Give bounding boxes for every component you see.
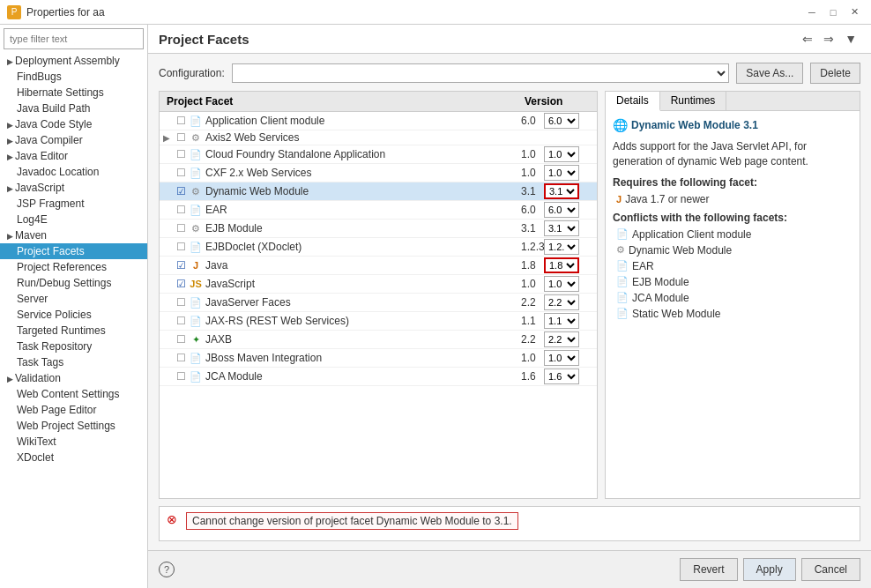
facet-checkbox[interactable]: ☐ — [174, 333, 188, 346]
facet-checkbox[interactable]: ☑ — [174, 185, 188, 197]
sidebar-item-hibernate-settings[interactable]: Hibernate Settings — [0, 85, 147, 100]
sidebar-item-maven[interactable]: ▶Maven — [0, 227, 147, 243]
sidebar-item-run/debug-settings[interactable]: Run/Debug Settings — [0, 275, 147, 291]
sidebar-item-server[interactable]: Server — [0, 291, 147, 307]
table-row[interactable]: ☑⚙Dynamic Web Module 3.1 3.1 — [160, 182, 597, 201]
sidebar-item-javascript[interactable]: ▶JavaScript — [0, 180, 147, 196]
sidebar-item-wikitext[interactable]: WikiText — [0, 434, 147, 450]
config-select[interactable] — [232, 63, 730, 83]
table-row[interactable]: ☐📄JAX-RS (REST Web Services) 1.1 1.1 — [160, 312, 597, 331]
sidebar-item-project-references[interactable]: Project References — [0, 259, 147, 275]
facet-version-select[interactable]: 1.1 — [544, 313, 579, 329]
table-row[interactable]: ☐📄JBoss Maven Integration 1.0 1.0 — [160, 349, 597, 368]
facet-checkbox[interactable]: ☐ — [174, 370, 188, 383]
facet-version-select[interactable]: 2.2 — [544, 331, 579, 347]
minimize-button[interactable]: ─ — [802, 4, 822, 20]
forward-icon[interactable]: ⇒ — [820, 30, 838, 48]
facet-checkbox[interactable]: ☐ — [174, 115, 188, 127]
facet-version-select[interactable]: 1.0 — [544, 146, 579, 162]
facet-checkbox[interactable]: ☐ — [174, 296, 188, 309]
facet-checkbox[interactable]: ☐ — [174, 167, 188, 179]
error-text: Cannot change version of project facet D… — [186, 512, 518, 530]
delete-button[interactable]: Delete — [810, 63, 860, 84]
table-row[interactable]: ☐📄JCA Module 1.6 1.6 — [160, 368, 597, 386]
sidebar-item-java-editor[interactable]: ▶Java Editor — [0, 148, 147, 164]
facet-checkbox[interactable]: ☐ — [174, 241, 188, 253]
sidebar-item-xdoclet[interactable]: XDoclet — [0, 450, 147, 465]
help-button[interactable]: ? — [159, 562, 175, 577]
back-icon[interactable]: ⇐ — [799, 30, 816, 48]
page-icon: 📄 — [190, 115, 202, 127]
sidebar-item-project-facets[interactable]: Project Facets — [0, 243, 147, 259]
apply-button[interactable]: Apply — [743, 558, 796, 581]
facet-version-select[interactable]: 6.0 — [544, 202, 579, 218]
nav-item-label: Project References — [17, 261, 107, 273]
save-as-button[interactable]: Save As... — [736, 63, 803, 84]
table-row[interactable]: ☐⚙EJB Module 3.1 3.1 — [160, 220, 597, 238]
sidebar-item-findbugs[interactable]: FindBugs — [0, 69, 147, 85]
sidebar-item-deployment-assembly[interactable]: ▶Deployment Assembly — [0, 53, 147, 69]
details-desc: Adds support for the Java Servlet API, f… — [613, 139, 852, 169]
maximize-button[interactable]: □ — [823, 4, 843, 20]
sidebar-item-jsp-fragment[interactable]: JSP Fragment — [0, 196, 147, 212]
sidebar-item-log4e[interactable]: Log4E — [0, 212, 147, 227]
facet-version-select[interactable]: 1.0 — [544, 350, 579, 366]
table-row[interactable]: ☐📄Application Client module 6.0 6.0 — [160, 112, 597, 130]
facet-checkbox[interactable]: ☑ — [174, 259, 188, 272]
table-row[interactable]: ☑JJava 1.8 1.8 — [160, 257, 597, 275]
col-project-facet: Project Facet — [160, 93, 517, 109]
window-title: Properties for aa — [26, 6, 105, 19]
table-row[interactable]: ☐📄EAR 6.0 6.0 — [160, 201, 597, 220]
facet-checkbox[interactable]: ☐ — [174, 131, 188, 144]
facet-name: JavaScript — [204, 278, 517, 290]
facet-checkbox[interactable]: ☐ — [174, 315, 188, 327]
facet-version-select[interactable]: 1.2.3 — [544, 239, 579, 255]
menu-icon[interactable]: ▼ — [841, 30, 860, 48]
conflict-item-icon: 📄 — [616, 308, 629, 319]
facet-icon: 📄 — [188, 205, 204, 216]
sidebar-item-service-policies[interactable]: Service Policies — [0, 307, 147, 323]
facet-version-select[interactable]: 1.0 — [544, 165, 579, 181]
sidebar-item-targeted-runtimes[interactable]: Targeted Runtimes — [0, 323, 147, 339]
facet-checkbox[interactable]: ☐ — [174, 352, 188, 364]
facet-checkbox[interactable]: ☐ — [174, 222, 188, 234]
facet-version-select[interactable]: 6.0 — [544, 113, 579, 129]
tab-runtimes[interactable]: Runtimes — [660, 92, 727, 110]
facet-version-select[interactable]: 2.2 — [544, 294, 579, 310]
facet-icon: 📄 — [188, 297, 204, 309]
search-input[interactable] — [4, 28, 144, 49]
facet-version-select[interactable]: 1.0 — [544, 276, 579, 292]
table-row[interactable]: ▶☐⚙Axis2 Web Services — [160, 130, 597, 145]
sidebar-item-java-build-path[interactable]: Java Build Path — [0, 100, 147, 116]
sidebar-item-java-compiler[interactable]: ▶Java Compiler — [0, 132, 147, 148]
table-row[interactable]: ☐✦JAXB 2.2 2.2 — [160, 331, 597, 349]
table-row[interactable]: ☐📄Cloud Foundry Standalone Application 1… — [160, 145, 597, 164]
facet-checkbox[interactable]: ☑ — [174, 278, 188, 290]
facet-version-select[interactable]: 3.1 — [544, 220, 579, 236]
conflict-item: 📄JCA Module — [613, 291, 852, 305]
facet-version-select[interactable]: 1.6 — [544, 368, 579, 384]
nav-item-label: JSP Fragment — [17, 197, 84, 210]
revert-button[interactable]: Revert — [680, 558, 737, 581]
cancel-button[interactable]: Cancel — [801, 558, 860, 581]
facet-version-select[interactable]: 1.8 — [544, 257, 579, 273]
sidebar-item-validation[interactable]: ▶Validation — [0, 370, 147, 386]
sidebar-item-web-page-editor[interactable]: Web Page Editor — [0, 402, 147, 418]
table-row[interactable]: ☐📄CXF 2.x Web Services 1.0 1.0 — [160, 164, 597, 182]
sidebar-item-web-project-settings[interactable]: Web Project Settings — [0, 418, 147, 434]
facet-version-select[interactable]: 3.1 — [544, 183, 579, 199]
sidebar-item-java-code-style[interactable]: ▶Java Code Style — [0, 116, 147, 132]
facet-checkbox[interactable]: ☐ — [174, 148, 188, 160]
close-button[interactable]: ✕ — [845, 4, 864, 20]
sidebar-item-javadoc-location[interactable]: Javadoc Location — [0, 164, 147, 180]
facet-checkbox[interactable]: ☐ — [174, 204, 188, 216]
gear-icon: ⚙ — [191, 186, 200, 197]
table-row[interactable]: ☐📄JavaServer Faces 2.2 2.2 — [160, 294, 597, 312]
tab-details[interactable]: Details — [606, 92, 660, 111]
sidebar-item-task-tags[interactable]: Task Tags — [0, 354, 147, 370]
sidebar-item-web-content-settings[interactable]: Web Content Settings — [0, 386, 147, 402]
indent-spacer: ▶ — [160, 133, 174, 143]
table-row[interactable]: ☑JSJavaScript 1.0 1.0 — [160, 275, 597, 294]
table-row[interactable]: ☐📄EJBDoclet (XDoclet) 1.2.3 1.2.3 — [160, 238, 597, 257]
sidebar-item-task-repository[interactable]: Task Repository — [0, 339, 147, 354]
